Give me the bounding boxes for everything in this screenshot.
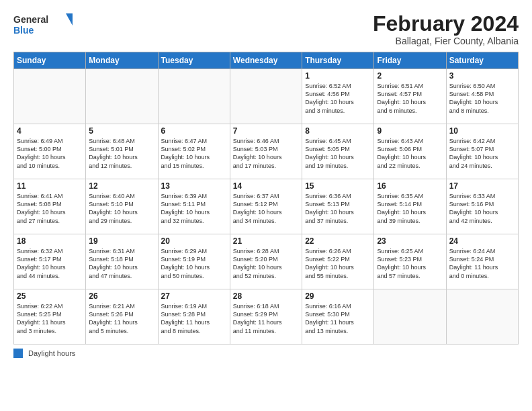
day-info: Sunrise: 6:37 AM Sunset: 5:12 PM Dayligh…: [233, 192, 299, 225]
day-info: Sunrise: 6:41 AM Sunset: 5:08 PM Dayligh…: [17, 192, 83, 225]
day-header-monday: Monday: [86, 52, 158, 69]
calendar-cell: 26Sunrise: 6:21 AM Sunset: 5:26 PM Dayli…: [86, 289, 158, 345]
day-info: Sunrise: 6:16 AM Sunset: 5:30 PM Dayligh…: [305, 302, 371, 335]
day-number: 22: [305, 236, 371, 246]
calendar-week-0: 1Sunrise: 6:52 AM Sunset: 4:56 PM Daylig…: [14, 69, 519, 124]
calendar-week-1: 4Sunrise: 6:49 AM Sunset: 5:00 PM Daylig…: [14, 124, 519, 179]
calendar-cell: 25Sunrise: 6:22 AM Sunset: 5:25 PM Dayli…: [14, 289, 86, 345]
day-number: 11: [17, 181, 83, 191]
day-info: Sunrise: 6:22 AM Sunset: 5:25 PM Dayligh…: [17, 302, 83, 335]
calendar-table: SundayMondayTuesdayWednesdayThursdayFrid…: [13, 52, 519, 345]
calendar-cell: 28Sunrise: 6:18 AM Sunset: 5:29 PM Dayli…: [230, 289, 302, 345]
location-subtitle: Ballagat, Fier County, Albania: [373, 36, 519, 46]
legend-label: Daylight hours: [28, 349, 75, 357]
day-header-saturday: Saturday: [446, 52, 518, 69]
calendar-cell: 29Sunrise: 6:16 AM Sunset: 5:30 PM Dayli…: [302, 289, 374, 345]
day-info: Sunrise: 6:50 AM Sunset: 4:58 PM Dayligh…: [449, 82, 515, 115]
day-header-wednesday: Wednesday: [230, 52, 302, 69]
day-info: Sunrise: 6:36 AM Sunset: 5:13 PM Dayligh…: [305, 192, 371, 225]
calendar-cell: 15Sunrise: 6:36 AM Sunset: 5:13 PM Dayli…: [302, 179, 374, 234]
day-number: 18: [17, 236, 83, 246]
calendar-cell: 5Sunrise: 6:48 AM Sunset: 5:01 PM Daylig…: [86, 124, 158, 179]
calendar-cell: 22Sunrise: 6:26 AM Sunset: 5:22 PM Dayli…: [302, 234, 374, 289]
day-header-thursday: Thursday: [302, 52, 374, 69]
calendar-cell: 21Sunrise: 6:28 AM Sunset: 5:20 PM Dayli…: [230, 234, 302, 289]
calendar-cell: [374, 289, 446, 345]
day-number: 29: [305, 291, 371, 301]
day-header-tuesday: Tuesday: [158, 52, 230, 69]
day-info: Sunrise: 6:28 AM Sunset: 5:20 PM Dayligh…: [233, 247, 299, 280]
day-number: 9: [377, 126, 443, 136]
day-number: 26: [89, 291, 154, 301]
day-number: 1: [305, 71, 371, 81]
legend-color-box: [13, 349, 23, 358]
calendar-cell: 19Sunrise: 6:31 AM Sunset: 5:18 PM Dayli…: [86, 234, 158, 289]
day-info: Sunrise: 6:45 AM Sunset: 5:05 PM Dayligh…: [305, 137, 371, 170]
day-info: Sunrise: 6:25 AM Sunset: 5:23 PM Dayligh…: [377, 247, 443, 280]
calendar-cell: [14, 69, 86, 124]
day-info: Sunrise: 6:21 AM Sunset: 5:26 PM Dayligh…: [89, 302, 154, 335]
calendar-cell: 6Sunrise: 6:47 AM Sunset: 5:02 PM Daylig…: [158, 124, 230, 179]
calendar-cell: 13Sunrise: 6:39 AM Sunset: 5:11 PM Dayli…: [158, 179, 230, 234]
calendar-cell: 4Sunrise: 6:49 AM Sunset: 5:00 PM Daylig…: [14, 124, 86, 179]
title-block: February 2024 Ballagat, Fier County, Alb…: [373, 12, 519, 46]
day-number: 21: [233, 236, 299, 246]
day-number: 20: [161, 236, 227, 246]
calendar-cell: 20Sunrise: 6:29 AM Sunset: 5:19 PM Dayli…: [158, 234, 230, 289]
day-info: Sunrise: 6:40 AM Sunset: 5:10 PM Dayligh…: [89, 192, 154, 225]
calendar-cell: 24Sunrise: 6:24 AM Sunset: 5:24 PM Dayli…: [446, 234, 518, 289]
day-info: Sunrise: 6:18 AM Sunset: 5:29 PM Dayligh…: [233, 302, 299, 335]
calendar-week-4: 25Sunrise: 6:22 AM Sunset: 5:25 PM Dayli…: [14, 289, 519, 345]
calendar-cell: [158, 69, 230, 124]
calendar-cell: 9Sunrise: 6:43 AM Sunset: 5:06 PM Daylig…: [374, 124, 446, 179]
day-info: Sunrise: 6:46 AM Sunset: 5:03 PM Dayligh…: [233, 137, 299, 170]
calendar-cell: 17Sunrise: 6:33 AM Sunset: 5:16 PM Dayli…: [446, 179, 518, 234]
day-number: 17: [449, 181, 515, 191]
day-info: Sunrise: 6:19 AM Sunset: 5:28 PM Dayligh…: [161, 302, 227, 335]
calendar-cell: 12Sunrise: 6:40 AM Sunset: 5:10 PM Dayli…: [86, 179, 158, 234]
legend: Daylight hours: [13, 349, 519, 358]
calendar-week-2: 11Sunrise: 6:41 AM Sunset: 5:08 PM Dayli…: [14, 179, 519, 234]
day-number: 15: [305, 181, 371, 191]
calendar-cell: 11Sunrise: 6:41 AM Sunset: 5:08 PM Dayli…: [14, 179, 86, 234]
day-number: 4: [17, 126, 83, 136]
calendar-cell: 23Sunrise: 6:25 AM Sunset: 5:23 PM Dayli…: [374, 234, 446, 289]
logo: General Blue: [13, 12, 74, 38]
day-number: 19: [89, 236, 154, 246]
day-info: Sunrise: 6:52 AM Sunset: 4:56 PM Dayligh…: [305, 82, 371, 115]
day-info: Sunrise: 6:35 AM Sunset: 5:14 PM Dayligh…: [377, 192, 443, 225]
calendar-week-3: 18Sunrise: 6:32 AM Sunset: 5:17 PM Dayli…: [14, 234, 519, 289]
day-number: 10: [449, 126, 515, 136]
month-title: February 2024: [373, 12, 519, 36]
day-number: 8: [305, 126, 371, 136]
day-number: 16: [377, 181, 443, 191]
svg-marker-2: [66, 13, 73, 26]
day-number: 7: [233, 126, 299, 136]
day-info: Sunrise: 6:31 AM Sunset: 5:18 PM Dayligh…: [89, 247, 154, 280]
day-header-friday: Friday: [374, 52, 446, 69]
day-number: 2: [377, 71, 443, 81]
day-number: 6: [161, 126, 227, 136]
day-number: 23: [377, 236, 443, 246]
calendar-cell: 2Sunrise: 6:51 AM Sunset: 4:57 PM Daylig…: [374, 69, 446, 124]
calendar-cell: 18Sunrise: 6:32 AM Sunset: 5:17 PM Dayli…: [14, 234, 86, 289]
day-info: Sunrise: 6:39 AM Sunset: 5:11 PM Dayligh…: [161, 192, 227, 225]
calendar-cell: 10Sunrise: 6:42 AM Sunset: 5:07 PM Dayli…: [446, 124, 518, 179]
day-number: 5: [89, 126, 154, 136]
day-number: 24: [449, 236, 515, 246]
page: General Blue February 2024 Ballagat, Fie…: [0, 0, 532, 411]
day-number: 14: [233, 181, 299, 191]
day-info: Sunrise: 6:43 AM Sunset: 5:06 PM Dayligh…: [377, 137, 443, 170]
day-info: Sunrise: 6:29 AM Sunset: 5:19 PM Dayligh…: [161, 247, 227, 280]
day-number: 12: [89, 181, 154, 191]
header-row: General Blue February 2024 Ballagat, Fie…: [13, 12, 519, 46]
calendar-cell: 7Sunrise: 6:46 AM Sunset: 5:03 PM Daylig…: [230, 124, 302, 179]
calendar-header-row: SundayMondayTuesdayWednesdayThursdayFrid…: [14, 52, 519, 69]
calendar-cell: 1Sunrise: 6:52 AM Sunset: 4:56 PM Daylig…: [302, 69, 374, 124]
day-number: 13: [161, 181, 227, 191]
calendar-cell: [446, 289, 518, 345]
calendar-cell: 3Sunrise: 6:50 AM Sunset: 4:58 PM Daylig…: [446, 69, 518, 124]
day-info: Sunrise: 6:47 AM Sunset: 5:02 PM Dayligh…: [161, 137, 227, 170]
day-number: 28: [233, 291, 299, 301]
day-header-sunday: Sunday: [14, 52, 86, 69]
